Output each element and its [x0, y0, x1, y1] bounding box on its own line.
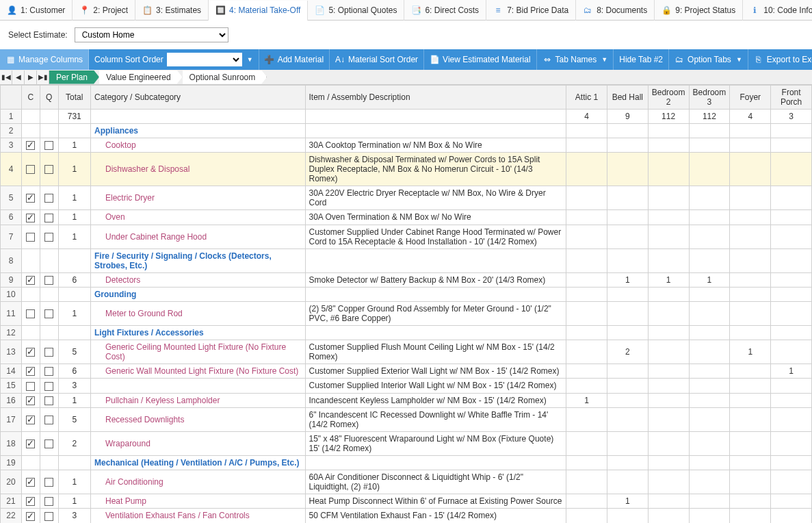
value-cell[interactable] [607, 509, 648, 523]
value-cell[interactable] [607, 363, 648, 378]
checkbox[interactable] [26, 348, 35, 357]
value-cell[interactable] [771, 509, 812, 523]
value-cell[interactable] [566, 509, 607, 523]
sub-tab[interactable]: Per Plan [49, 71, 99, 84]
total-cell[interactable]: 1 [58, 494, 90, 508]
checkbox[interactable] [44, 194, 53, 203]
top-tab[interactable]: ≡7: Bid Price Data [486, 0, 576, 21]
c-cell[interactable] [21, 379, 40, 393]
total-cell[interactable]: 6 [58, 272, 90, 287]
value-cell[interactable]: 3 [771, 110, 812, 124]
value-cell[interactable] [730, 301, 771, 325]
q-cell[interactable] [40, 340, 58, 363]
value-cell[interactable]: 1 [771, 363, 812, 378]
value-cell[interactable]: 9 [607, 110, 648, 124]
value-cell[interactable] [689, 470, 730, 494]
value-cell[interactable] [566, 186, 607, 210]
value-cell[interactable] [648, 225, 689, 248]
value-cell[interactable] [771, 301, 812, 325]
top-tab[interactable]: 🔲4: Material Take-Off [209, 1, 308, 21]
checkbox[interactable] [44, 497, 53, 506]
q-cell[interactable] [40, 494, 58, 508]
col-foyer[interactable]: Foyer [730, 86, 771, 110]
value-cell[interactable] [566, 225, 607, 248]
value-cell[interactable] [607, 393, 648, 407]
column-sort-order[interactable]: Column Sort Order ▼ [89, 49, 259, 70]
total-cell[interactable]: 1 [58, 210, 90, 225]
q-cell[interactable] [40, 210, 58, 225]
value-cell[interactable] [771, 186, 812, 210]
value-cell[interactable] [689, 340, 730, 363]
sub-tab[interactable]: Value Engineered [99, 71, 183, 84]
value-cell[interactable] [689, 225, 730, 248]
value-cell[interactable] [771, 393, 812, 407]
value-cell[interactable] [648, 494, 689, 508]
c-cell[interactable] [21, 494, 40, 508]
c-cell[interactable] [21, 272, 40, 287]
c-cell[interactable] [21, 225, 40, 248]
option-tabs-button[interactable]: 🗂 Option Tabs ▼ [669, 49, 748, 70]
col-bedhall[interactable]: Bed Hall [607, 86, 648, 110]
value-cell[interactable] [566, 340, 607, 363]
value-cell[interactable] [771, 210, 812, 225]
q-cell[interactable] [40, 431, 58, 455]
top-tab[interactable]: 📋3: Estimates [135, 0, 209, 21]
value-cell[interactable]: 4 [730, 110, 771, 124]
checkbox[interactable] [26, 416, 35, 424]
value-cell[interactable] [730, 363, 771, 378]
col-frontporch[interactable]: Front Porch [771, 86, 812, 110]
total-cell[interactable]: 1 [58, 138, 90, 153]
c-cell[interactable] [21, 153, 40, 186]
checkbox[interactable] [44, 309, 53, 318]
checkbox[interactable] [26, 396, 35, 405]
c-cell[interactable] [21, 186, 40, 210]
value-cell[interactable]: 112 [689, 110, 730, 124]
value-cell[interactable] [607, 225, 648, 248]
value-cell[interactable]: 1 [607, 494, 648, 508]
value-cell[interactable] [648, 340, 689, 363]
value-cell[interactable] [730, 393, 771, 407]
value-cell[interactable] [648, 470, 689, 494]
value-cell[interactable] [648, 509, 689, 523]
value-cell[interactable] [730, 407, 771, 431]
add-material-button[interactable]: ➕ Add Material [259, 49, 330, 70]
value-cell[interactable] [648, 186, 689, 210]
value-cell[interactable]: 4 [566, 110, 607, 124]
q-cell[interactable] [40, 153, 58, 186]
total-cell[interactable]: 1 [58, 470, 90, 494]
value-cell[interactable] [607, 470, 648, 494]
total-cell[interactable]: 2 [58, 431, 90, 455]
value-cell[interactable] [730, 431, 771, 455]
checkbox[interactable] [26, 367, 35, 376]
value-cell[interactable] [689, 431, 730, 455]
column-sort-select[interactable] [167, 53, 242, 66]
col-c[interactable]: C [21, 86, 40, 110]
value-cell[interactable] [771, 138, 812, 153]
first-button[interactable]: ▮◀ [0, 71, 12, 84]
value-cell[interactable] [648, 301, 689, 325]
value-cell[interactable] [607, 153, 648, 186]
value-cell[interactable] [771, 225, 812, 248]
value-cell[interactable] [771, 379, 812, 393]
value-cell[interactable] [730, 153, 771, 186]
value-cell[interactable]: 1 [689, 272, 730, 287]
value-cell[interactable] [689, 363, 730, 378]
total-cell[interactable]: 3 [58, 509, 90, 523]
value-cell[interactable] [607, 210, 648, 225]
q-cell[interactable] [40, 393, 58, 407]
value-cell[interactable] [689, 379, 730, 393]
c-cell[interactable] [21, 509, 40, 523]
checkbox[interactable] [26, 141, 35, 150]
checkbox[interactable] [44, 382, 53, 391]
value-cell[interactable] [689, 393, 730, 407]
value-cell[interactable] [566, 153, 607, 186]
value-cell[interactable] [607, 301, 648, 325]
total-cell[interactable]: 1 [58, 393, 90, 407]
c-cell[interactable] [21, 363, 40, 378]
view-estimated-material-button[interactable]: 📄 View Estimated Material [424, 49, 537, 70]
value-cell[interactable] [607, 379, 648, 393]
checkbox[interactable] [44, 512, 53, 521]
checkbox[interactable] [26, 214, 35, 222]
checkbox[interactable] [26, 233, 35, 242]
value-cell[interactable] [566, 407, 607, 431]
